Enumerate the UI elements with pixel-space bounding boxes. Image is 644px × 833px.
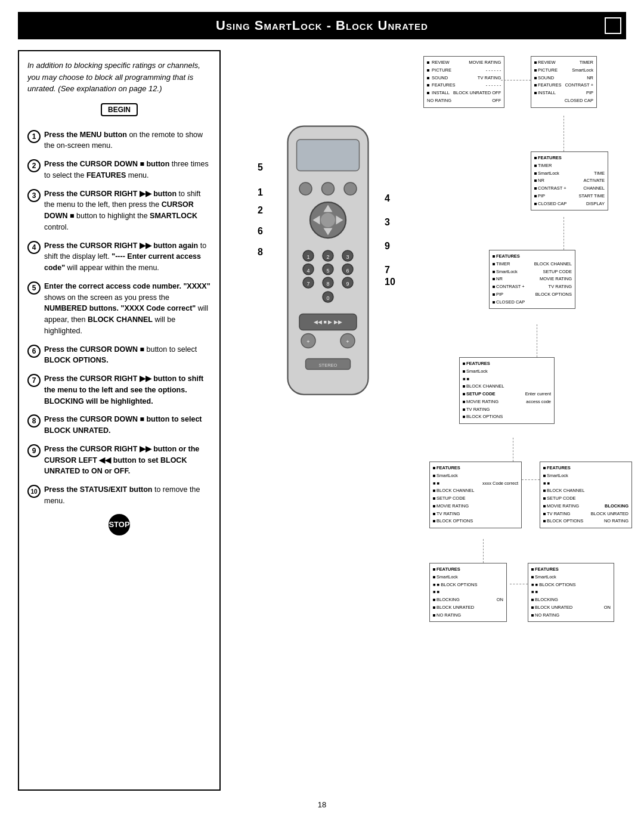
- step-6: 6 Press the CURSOR DOWN ■ button to sele…: [27, 344, 211, 367]
- svg-point-2: [299, 182, 312, 195]
- panel-label: REVIEW: [427, 59, 450, 67]
- step-number-3: 3: [27, 189, 41, 202]
- svg-text:3: 3: [346, 254, 349, 260]
- step-number-8: 8: [27, 414, 41, 428]
- step-number-5: 5: [27, 281, 41, 295]
- panel-label: INSTALL: [427, 89, 450, 97]
- panel-value: - - - - - -: [486, 67, 501, 75]
- dashed-v-3: [537, 324, 537, 357]
- remote-control-image: 1 2 3 4 5 6 7 8: [274, 122, 405, 410]
- title-bar: Using SmartLock - Block Unrated: [18, 12, 626, 39]
- step-1: 1 Press the MENU button on the remote to…: [27, 129, 211, 152]
- svg-text:6: 6: [346, 268, 349, 274]
- panel-row: NO RATING OFF: [427, 97, 501, 105]
- dashed-h-5: [522, 479, 540, 480]
- step-overlay-3: 3: [385, 217, 390, 228]
- panel-value: TV RATING: [478, 75, 501, 82]
- page-number: 18: [18, 800, 626, 809]
- svg-point-3: [322, 182, 335, 195]
- main-layout: In addition to blocking specific ratings…: [18, 50, 626, 791]
- dashed-v-4: [513, 438, 513, 462]
- svg-text:+: +: [306, 339, 309, 345]
- step-9: 9 Press the CURSOR RIGHT ▶▶ button or th…: [27, 444, 211, 477]
- step-number-1: 1: [27, 130, 41, 143]
- svg-point-4: [344, 182, 357, 195]
- begin-badge: BEGIN: [101, 103, 138, 116]
- panel-value: OFF: [492, 97, 501, 105]
- step-overlay-8: 8: [258, 247, 263, 258]
- menu-panel-6-right: FEATURES SmartLock ■ ■ BLOCK OPTIONS ■ ■…: [528, 563, 614, 622]
- right-content: 1 2 3 4 5 6 7 8: [227, 50, 626, 706]
- step-text-9: Press the CURSOR RIGHT ▶▶ button or the …: [44, 444, 211, 477]
- step-number-4: 4: [27, 241, 41, 254]
- svg-text:+: +: [346, 339, 349, 345]
- step-text-5: Enter the correct access code number. "X…: [44, 281, 211, 337]
- step-text-6: Press the CURSOR DOWN ■ button to select…: [44, 344, 211, 367]
- step-5: 5 Enter the correct access code number. …: [27, 281, 211, 337]
- panel-row: REVIEW MOVIE RATING: [427, 59, 501, 67]
- page-container: Using SmartLock - Block Unrated In addit…: [0, 0, 644, 833]
- step-overlay-1: 1: [258, 187, 263, 198]
- panel-label: FEATURES: [427, 82, 456, 89]
- svg-point-6: [321, 213, 335, 227]
- right-panel: 1 2 3 4 5 6 7 8: [221, 50, 626, 791]
- panel-value: MOVIE RATING: [469, 59, 501, 67]
- svg-text:2: 2: [326, 254, 329, 260]
- step-2: 2 Press the CURSOR DOWN ■ button three t…: [27, 159, 211, 181]
- menu-panel-1-left: REVIEW MOVIE RATING PICTURE - - - - - - …: [423, 56, 504, 108]
- svg-text:STEREO: STEREO: [319, 363, 338, 368]
- step-overlay-2: 2: [258, 205, 263, 216]
- panel-row: PICTURE - - - - - -: [427, 67, 501, 75]
- svg-text:4: 4: [306, 268, 309, 274]
- step-text-8: Press the CURSOR DOWN ■ button to select…: [44, 414, 211, 436]
- panel-label: NO RATING: [427, 97, 451, 105]
- step-number-2: 2: [27, 159, 41, 172]
- menu-panel-2: FEATURES TIMER SmartLockTIME NRACTIVATE …: [531, 151, 608, 210]
- page-title: Using SmartLock - Block Unrated: [216, 18, 428, 33]
- menu-panel-5-right: FEATURES SmartLock ■ ■ BLOCK CHANNEL SET…: [540, 462, 632, 528]
- svg-text:9: 9: [346, 281, 349, 287]
- page-number-text: 18: [318, 800, 326, 809]
- panel-value: - - - - - -: [486, 82, 501, 89]
- step-overlay-6: 6: [258, 226, 263, 237]
- step-number-7: 7: [27, 374, 41, 387]
- menu-panel-4: FEATURES SmartLock ■ ■ BLOCK CHANNEL SET…: [459, 357, 555, 424]
- step-overlay-5: 5: [258, 162, 263, 173]
- menu-panel-5-left: FEATURES SmartLock ■ ■xxxx Code correct …: [429, 462, 522, 528]
- svg-text:0: 0: [326, 295, 329, 301]
- left-panel: In addition to blocking specific ratings…: [18, 50, 221, 791]
- panel-row: INSTALL BLOCK UNRATED OFF: [427, 89, 501, 97]
- step-text-1: Press the MENU button on the remote to s…: [44, 129, 211, 152]
- step-3: 3 Press the CURSOR RIGHT ▶▶ button to sh…: [27, 188, 211, 233]
- step-text-4: Press the CURSOR RIGHT ▶▶ button again t…: [44, 240, 211, 274]
- intro-text: In addition to blocking specific ratings…: [27, 60, 211, 95]
- step-number-6: 6: [27, 345, 41, 358]
- dashed-v-2: [564, 217, 564, 250]
- step-4: 4 Press the CURSOR RIGHT ▶▶ button again…: [27, 240, 211, 274]
- step-number-9: 9: [27, 444, 41, 457]
- svg-text:◀◀ ■ ▶ ▶▶: ◀◀ ■ ▶ ▶▶: [314, 319, 342, 325]
- panel-label: PICTURE: [427, 67, 451, 75]
- dashed-v-1: [564, 116, 564, 151]
- panel-row: SOUND TV RATING: [427, 75, 501, 82]
- step-overlay-10: 10: [385, 277, 395, 287]
- step-number-10: 10: [27, 485, 41, 498]
- svg-text:1: 1: [306, 254, 309, 260]
- svg-text:8: 8: [326, 281, 329, 287]
- panel-row: FEATURES - - - - - -: [427, 82, 501, 89]
- svg-text:5: 5: [326, 268, 329, 274]
- step-8: 8 Press the CURSOR DOWN ■ button to sele…: [27, 414, 211, 436]
- step-overlay-4: 4: [385, 193, 390, 204]
- dashed-h-1: [501, 80, 531, 80]
- step-overlay-9: 9: [385, 241, 390, 252]
- step-text-7: Press the CURSOR RIGHT ▶▶ button to shif…: [44, 373, 211, 407]
- svg-text:7: 7: [306, 281, 309, 287]
- dashed-v-5: [483, 539, 484, 563]
- stop-badge: STOP: [27, 514, 211, 535]
- corner-box: [605, 17, 621, 34]
- begin-row: BEGIN: [27, 103, 211, 123]
- step-text-2: Press the CURSOR DOWN ■ button three tim…: [44, 159, 211, 181]
- svg-rect-1: [297, 140, 360, 171]
- menu-panel-6-left: FEATURES SmartLock ■ ■ BLOCK OPTIONS ■ ■…: [429, 563, 507, 622]
- stop-circle: STOP: [109, 514, 130, 535]
